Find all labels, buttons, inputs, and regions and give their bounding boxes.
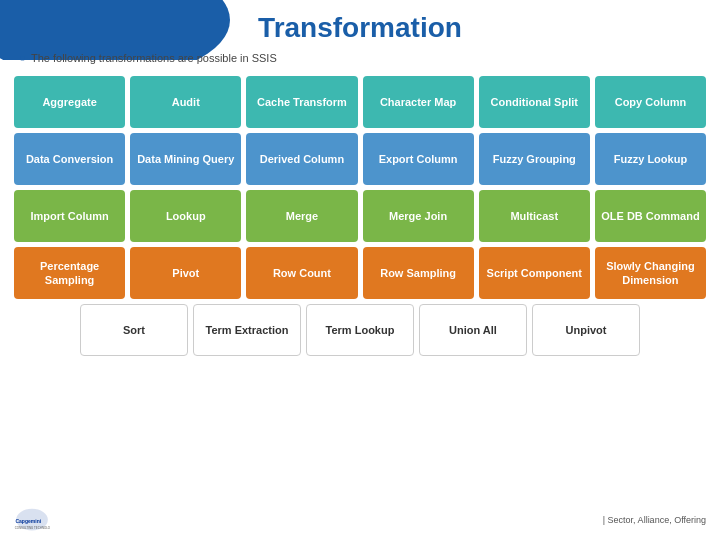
svg-text:CONSULTING TECHNOLOGY OUTSOURC: CONSULTING TECHNOLOGY OUTSOURCING	[15, 526, 50, 530]
cell-2-5[interactable]: OLE DB Command	[595, 190, 706, 242]
cell-1-4[interactable]: Fuzzy Grouping	[479, 133, 590, 185]
cell-0-3[interactable]: Character Map	[363, 76, 474, 128]
cell-0-2[interactable]: Cache Transform	[246, 76, 357, 128]
svg-text:Capgemini: Capgemini	[15, 518, 41, 524]
cell-2-0[interactable]: Import Column	[14, 190, 125, 242]
cell-3-0[interactable]: Percentage Sampling	[14, 247, 125, 299]
cell-2-2[interactable]: Merge	[246, 190, 357, 242]
grid-row-1: Data ConversionData Mining QueryDerived …	[14, 133, 706, 185]
subtitle-row: ▪ The following transformations are poss…	[0, 44, 720, 72]
cell-last-1[interactable]: Term Extraction	[193, 304, 301, 356]
page-title: Transformation	[0, 0, 720, 44]
cell-2-1[interactable]: Lookup	[130, 190, 241, 242]
cell-last-4[interactable]: Unpivot	[532, 304, 640, 356]
cell-3-4[interactable]: Script Component	[479, 247, 590, 299]
cell-0-5[interactable]: Copy Column	[595, 76, 706, 128]
bullet-icon: ▪	[20, 50, 25, 66]
cell-3-3[interactable]: Row Sampling	[363, 247, 474, 299]
cell-0-4[interactable]: Conditional Split	[479, 76, 590, 128]
cell-1-0[interactable]: Data Conversion	[14, 133, 125, 185]
cell-2-3[interactable]: Merge Join	[363, 190, 474, 242]
footer-text: | Sector, Alliance, Offering	[603, 515, 706, 525]
grid-row-last: SortTerm ExtractionTerm LookupUnion AllU…	[14, 304, 706, 356]
subtitle-text: The following transformations are possib…	[31, 52, 277, 64]
cell-0-0[interactable]: Aggregate	[14, 76, 125, 128]
cell-2-4[interactable]: Multicast	[479, 190, 590, 242]
capgemini-logo-icon: Capgemini CONSULTING TECHNOLOGY OUTSOURC…	[14, 506, 50, 534]
cell-0-1[interactable]: Audit	[130, 76, 241, 128]
cell-1-5[interactable]: Fuzzy Lookup	[595, 133, 706, 185]
cell-3-1[interactable]: Pivot	[130, 247, 241, 299]
cell-last-2[interactable]: Term Lookup	[306, 304, 414, 356]
cell-last-0[interactable]: Sort	[80, 304, 188, 356]
cell-last-3[interactable]: Union All	[419, 304, 527, 356]
cell-3-5[interactable]: Slowly Changing Dimension	[595, 247, 706, 299]
grid-row-0: AggregateAuditCache TransformCharacter M…	[14, 76, 706, 128]
cell-1-1[interactable]: Data Mining Query	[130, 133, 241, 185]
cell-1-2[interactable]: Derived Column	[246, 133, 357, 185]
footer: Capgemini CONSULTING TECHNOLOGY OUTSOURC…	[0, 506, 720, 534]
logo-area: Capgemini CONSULTING TECHNOLOGY OUTSOURC…	[14, 506, 50, 534]
grid-row-2: Import ColumnLookupMergeMerge JoinMultic…	[14, 190, 706, 242]
cell-3-2[interactable]: Row Count	[246, 247, 357, 299]
transformation-grid: AggregateAuditCache TransformCharacter M…	[0, 72, 720, 365]
grid-row-3: Percentage SamplingPivotRow CountRow Sam…	[14, 247, 706, 299]
cell-1-3[interactable]: Export Column	[363, 133, 474, 185]
